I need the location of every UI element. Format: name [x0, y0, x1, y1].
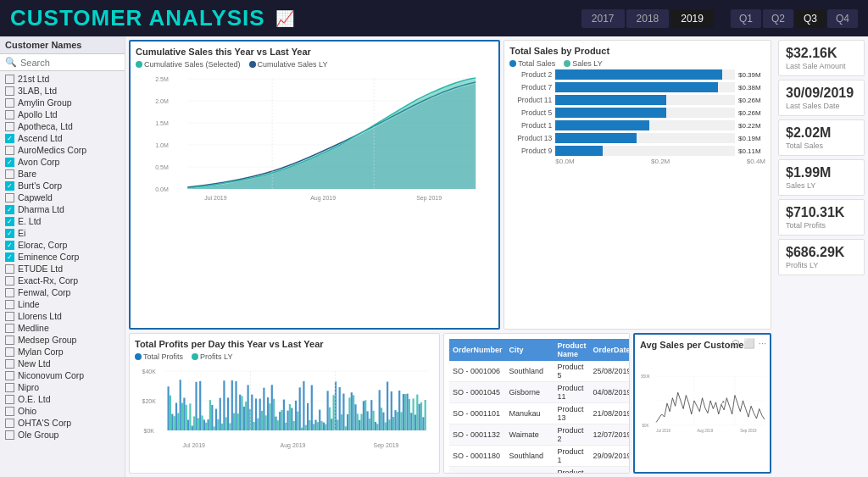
sidebar-checkbox-10[interactable] — [5, 193, 14, 202]
expand-icon[interactable]: ⬜ — [743, 338, 755, 349]
sidebar-item-14[interactable]: Elorac, Corp — [0, 239, 125, 251]
sidebar-item-10[interactable]: Capweld — [0, 191, 125, 203]
svg-rect-25 — [171, 414, 173, 430]
sidebar-item-16[interactable]: ETUDE Ltd — [0, 263, 125, 275]
sidebar-checkbox-0[interactable] — [5, 75, 14, 84]
bar-track-5 — [555, 133, 735, 143]
sidebar-checkbox-16[interactable] — [5, 264, 14, 274]
sidebar-item-3[interactable]: Apollo Ltd — [0, 108, 125, 120]
sidebar-item-17[interactable]: Exact-Rx, Corp — [0, 275, 125, 286]
svg-rect-38 — [198, 418, 199, 430]
svg-rect-110 — [341, 414, 342, 430]
sidebar-checkbox-9[interactable] — [5, 181, 14, 191]
sidebar-checkbox-2[interactable] — [5, 98, 14, 108]
bar-row-5: Product 13$0.19M — [509, 133, 765, 143]
sidebar-item-26[interactable]: Nipro — [0, 381, 125, 393]
svg-text:Aug 2019: Aug 2019 — [310, 195, 336, 202]
svg-text:$20K: $20K — [142, 398, 157, 404]
bar-track-2 — [555, 95, 735, 105]
sidebar-item-9[interactable]: Burt's Corp — [0, 180, 125, 191]
sidebar-item-8[interactable]: Bare — [0, 168, 125, 180]
sidebar-checkbox-17[interactable] — [5, 276, 14, 286]
sidebar-checkbox-19[interactable] — [5, 300, 14, 309]
svg-text:Jul 2019: Jul 2019 — [656, 429, 670, 433]
sidebar-item-5[interactable]: Ascend Ltd — [0, 132, 125, 144]
sidebar-checkbox-18[interactable] — [5, 288, 14, 297]
sidebar-item-6[interactable]: AuroMedics Corp — [0, 144, 125, 156]
sidebar-checkbox-30[interactable] — [5, 430, 14, 440]
sidebar-item-19[interactable]: Linde — [0, 298, 125, 310]
sidebar-item-28[interactable]: Ohio — [0, 405, 125, 417]
svg-rect-40 — [201, 415, 203, 430]
quarter-tab-q4[interactable]: Q4 — [827, 9, 858, 28]
sidebar-item-7[interactable]: Avon Corp — [0, 156, 125, 168]
sidebar-item-21[interactable]: Medline — [0, 322, 125, 334]
sidebar-item-12[interactable]: E. Ltd — [0, 215, 125, 227]
sidebar-checkbox-29[interactable] — [5, 419, 14, 428]
sidebar-item-2[interactable]: Amylin Group — [0, 97, 125, 108]
sidebar-item-22[interactable]: Medsep Group — [0, 334, 125, 346]
sidebar-item-29[interactable]: OHTA'S Corp — [0, 417, 125, 429]
sidebar-checkbox-5[interactable] — [5, 134, 14, 143]
svg-rect-125 — [370, 400, 372, 430]
sidebar-checkbox-25[interactable] — [5, 371, 14, 380]
table-cell-3-1: Waimate — [506, 424, 554, 446]
svg-rect-146 — [413, 398, 415, 430]
sidebar-item-25[interactable]: Niconovum Corp — [0, 369, 125, 381]
sidebar-checkbox-23[interactable] — [5, 347, 14, 357]
svg-rect-141 — [403, 394, 404, 430]
sidebar-checkbox-4[interactable] — [5, 122, 14, 131]
sidebar-item-18[interactable]: Fenwal, Corp — [0, 286, 125, 298]
sidebar-checkbox-24[interactable] — [5, 359, 14, 369]
svg-rect-47 — [215, 409, 217, 430]
svg-rect-54 — [229, 424, 231, 430]
quarter-tab-q1[interactable]: Q1 — [731, 9, 761, 28]
search-input[interactable] — [20, 58, 120, 68]
sidebar-item-15[interactable]: Eminence Corp — [0, 251, 125, 263]
year-tab-2019[interactable]: 2019 — [670, 9, 714, 28]
quarter-tab-q3[interactable]: Q3 — [795, 9, 826, 28]
sidebar-checkbox-1[interactable] — [5, 86, 14, 96]
year-tab-2017[interactable]: 2017 — [581, 9, 625, 28]
svg-rect-59 — [239, 395, 241, 430]
sidebar-checkbox-20[interactable] — [5, 312, 14, 321]
sidebar-checkbox-14[interactable] — [5, 241, 14, 250]
sidebar-checkbox-21[interactable] — [5, 324, 14, 333]
sidebar-item-0[interactable]: 21st Ltd — [0, 73, 125, 85]
table-cell-5-0: SO - 0001283 — [449, 467, 506, 474]
sidebar-checkbox-3[interactable] — [5, 110, 14, 119]
sidebar-item-27[interactable]: O.E. Ltd — [0, 393, 125, 405]
sidebar-checkbox-15[interactable] — [5, 252, 14, 262]
sidebar-checkbox-12[interactable] — [5, 217, 14, 226]
sidebar-item-23[interactable]: Mylan Corp — [0, 346, 125, 358]
svg-rect-69 — [259, 399, 261, 430]
sidebar-item-30[interactable]: Ole Group — [0, 429, 125, 441]
stat-card-4: $710.31KTotal Profits — [778, 199, 865, 236]
sidebar-item-20[interactable]: Llorens Ltd — [0, 310, 125, 322]
sidebar-checkbox-26[interactable] — [5, 383, 14, 392]
sidebar-item-24[interactable]: New Ltd — [0, 358, 125, 369]
sidebar-item-11[interactable]: Dharma Ltd — [0, 203, 125, 215]
sidebar-item-4[interactable]: Apotheca, Ltd — [0, 120, 125, 132]
sidebar-checkbox-27[interactable] — [5, 395, 14, 404]
sidebar-search-bar[interactable]: 🔍 — [0, 54, 125, 71]
sidebar-checkbox-13[interactable] — [5, 229, 14, 238]
svg-rect-144 — [409, 399, 410, 430]
filter-icon[interactable]: ⬡ — [732, 338, 740, 349]
sidebar-checkbox-22[interactable] — [5, 336, 14, 345]
bar-value-1: $0.38M — [738, 84, 765, 92]
sidebar-checkbox-6[interactable] — [5, 146, 14, 155]
sidebar-checkbox-7[interactable] — [5, 158, 14, 167]
bar-fill-total-4 — [555, 120, 649, 130]
sidebar-checkbox-8[interactable] — [5, 169, 14, 179]
sidebar-item-13[interactable]: Ei — [0, 227, 125, 239]
more-icon[interactable]: ··· — [759, 338, 766, 349]
year-tab-2018[interactable]: 2018 — [626, 9, 670, 28]
sidebar-checkbox-11[interactable] — [5, 205, 14, 214]
sidebar-item-1[interactable]: 3LAB, Ltd — [0, 85, 125, 97]
sidebar-checkbox-28[interactable] — [5, 407, 14, 416]
table-cell-2-1: Manukau — [506, 403, 554, 424]
svg-rect-80 — [281, 410, 282, 430]
svg-rect-108 — [337, 419, 338, 430]
quarter-tab-q2[interactable]: Q2 — [763, 9, 793, 28]
